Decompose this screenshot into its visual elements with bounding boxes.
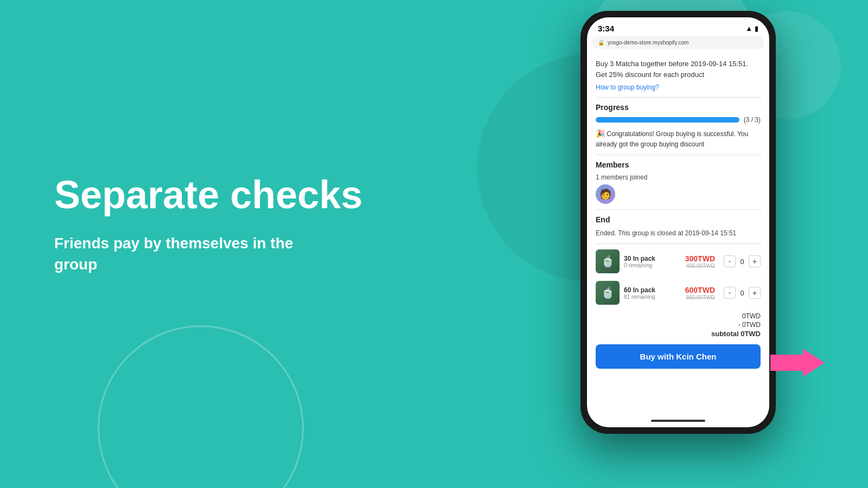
phone-device: 3:34 ▲ ▮ 🔒 yosgo-demo-store.myshopify.co…: [580, 11, 776, 434]
battery-icon: ▮: [755, 24, 758, 33]
promo-link[interactable]: How to group buying?: [596, 84, 659, 91]
qty-minus-2[interactable]: -: [724, 287, 736, 299]
product-img-2: 🍵: [596, 281, 620, 305]
qty-control-2: - 0 +: [724, 287, 761, 299]
product-original-price-1: 400.00TWD: [686, 263, 715, 269]
total-line-2: - 0TWD: [596, 321, 761, 329]
totals-section: 0TWD - 0TWD subtotal 0TWD: [596, 312, 761, 338]
product-img-1: 🍵: [596, 249, 620, 273]
congrats-text: Congratulations! Group buying is success…: [596, 130, 748, 148]
divider-2: [596, 155, 761, 155]
left-content: Separate checks Friends pay by themselve…: [54, 174, 362, 275]
qty-plus-2[interactable]: +: [749, 287, 761, 299]
promo-text: Buy 3 Matcha together before 2019-09-14 …: [596, 59, 761, 80]
member-avatar: 🧑: [596, 184, 615, 204]
status-icons: ▲ ▮: [745, 24, 758, 33]
arrow-indicator: [770, 349, 825, 377]
qty-value-2: 0: [738, 289, 746, 297]
product-row-1: 🍵 30 In pack 0 remaining 300TWD 400.00TW…: [596, 249, 761, 273]
product-price-1: 300TWD: [685, 254, 715, 263]
main-heading: Separate checks: [54, 174, 362, 216]
end-title: End: [596, 215, 761, 224]
member-count: 1 members joined: [596, 174, 761, 181]
product-price-block-2: 600TWD 800.00TWD: [685, 286, 715, 300]
progress-label: (3 / 3): [744, 116, 761, 124]
product-original-price-2: 800.00TWD: [686, 294, 715, 300]
subtotal-line: subtotal 0TWD: [596, 330, 761, 338]
divider-4: [596, 243, 761, 244]
browser-bar: 🔒 yosgo-demo-store.myshopify.com: [592, 36, 764, 49]
wifi-icon: ▲: [745, 24, 752, 33]
browser-url: yosgo-demo-store.myshopify.com: [608, 40, 688, 46]
product-price-block-1: 300TWD 400.00TWD: [685, 254, 715, 269]
members-title: Members: [596, 160, 761, 169]
progress-title: Progress: [596, 103, 761, 112]
product-remaining-2: 81 remaining: [624, 294, 681, 300]
product-info-1: 30 In pack 0 remaining: [624, 255, 681, 268]
end-text: Ended. This group is closed at 2019-09-1…: [596, 228, 761, 238]
product-name-2: 60 In pack: [624, 286, 681, 294]
progress-track: [596, 117, 739, 123]
buy-button[interactable]: Buy with Kcin Chen: [596, 344, 761, 369]
phone-screen: 3:34 ▲ ▮ 🔒 yosgo-demo-store.myshopify.co…: [587, 17, 769, 427]
arrow-body: [770, 355, 803, 371]
status-bar: 3:34 ▲ ▮: [587, 17, 769, 36]
home-bar-line: [651, 420, 705, 422]
progress-fill: [596, 117, 739, 123]
divider-3: [596, 209, 761, 210]
home-bar: [587, 416, 769, 427]
qty-plus-1[interactable]: +: [749, 255, 761, 267]
product-remaining-1: 0 remaining: [624, 262, 681, 268]
lock-icon: 🔒: [598, 40, 604, 46]
qty-minus-1[interactable]: -: [724, 255, 736, 267]
sub-heading: Friends pay by themselves in the group: [54, 233, 326, 275]
phone-wrapper: 3:34 ▲ ▮ 🔒 yosgo-demo-store.myshopify.co…: [580, 11, 776, 434]
phone-content[interactable]: Buy 3 Matcha together before 2019-09-14 …: [587, 52, 769, 416]
total-line-1: 0TWD: [596, 312, 761, 320]
progress-bar-container: (3 / 3): [596, 116, 761, 124]
congrats-emoji: 🎉: [596, 129, 605, 138]
status-time: 3:34: [598, 24, 614, 33]
arrow-shape-group: [770, 349, 825, 377]
arrow-tip: [803, 349, 825, 377]
product-info-2: 60 In pack 81 remaining: [624, 286, 681, 300]
bg-circle-bottom-left: [98, 325, 304, 488]
product-row-2: 🍵 60 In pack 81 remaining 600TWD 800.00T…: [596, 281, 761, 305]
qty-control-1: - 0 +: [724, 255, 761, 267]
product-name-1: 30 In pack: [624, 255, 681, 262]
congrats-box: 🎉 Congratulations! Group buying is succe…: [596, 128, 761, 149]
qty-value-1: 0: [738, 258, 746, 266]
product-price-2: 600TWD: [685, 286, 715, 294]
divider-1: [596, 97, 761, 98]
